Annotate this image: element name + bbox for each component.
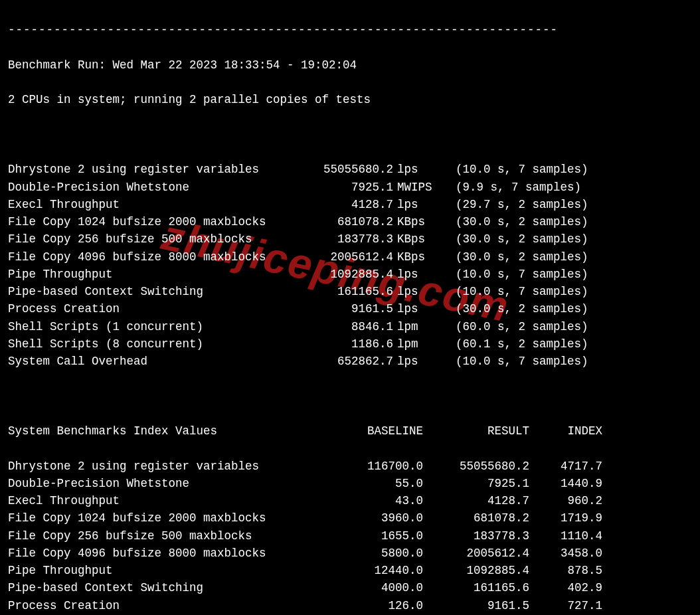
index-name: Dhrystone 2 using register variables — [8, 458, 337, 475]
test-value: 652862.7 — [294, 353, 393, 370]
test-paren: (30.0 s, 2 samples) — [444, 248, 655, 266]
index-row: Double-Precision Whetstone55.07925.11440… — [8, 475, 692, 492]
test-name: Shell Scripts (1 concurrent) — [8, 318, 294, 335]
test-name: Shell Scripts (8 concurrent) — [8, 335, 294, 353]
index-result: 7925.1 — [423, 475, 529, 492]
index-result: 1092885.4 — [423, 562, 529, 579]
test-value: 1186.6 — [294, 335, 393, 353]
index-name: File Copy 4096 bufsize 8000 maxblocks — [8, 545, 337, 562]
test-row: File Copy 1024 bufsize 2000 maxblocks681… — [8, 213, 692, 230]
test-value: 161165.6 — [294, 283, 393, 300]
test-row: Dhrystone 2 using register variables5505… — [8, 161, 692, 178]
test-paren: (60.0 s, 2 samples) — [444, 318, 655, 335]
test-name: Pipe Throughput — [8, 266, 294, 283]
index-result: 681078.2 — [423, 509, 529, 527]
test-paren: (30.0 s, 2 samples) — [444, 230, 655, 248]
test-name: Double-Precision Whetstone — [8, 179, 294, 196]
index-index: 727.1 — [529, 597, 602, 614]
test-name: File Copy 4096 bufsize 8000 maxblocks — [8, 248, 294, 266]
index-title: System Benchmarks Index Values — [8, 422, 337, 440]
index-result: 183778.3 — [423, 527, 529, 545]
index-row: Pipe Throughput12440.01092885.4878.5 — [8, 562, 692, 579]
test-value: 55055680.2 — [294, 161, 393, 178]
index-row: File Copy 4096 bufsize 8000 maxblocks580… — [8, 545, 692, 562]
index-index: 1719.9 — [529, 509, 602, 527]
test-name: Pipe-based Context Switching — [8, 283, 294, 300]
test-paren: (29.7 s, 2 samples) — [444, 196, 655, 213]
test-value: 1092885.4 — [294, 266, 393, 283]
index-name: Execl Throughput — [8, 492, 337, 509]
index-index: 3458.0 — [529, 545, 602, 562]
test-row: Shell Scripts (8 concurrent)1186.6lpm(60… — [8, 335, 692, 353]
col-baseline: BASELINE — [337, 422, 423, 440]
test-name: Process Creation — [8, 300, 294, 317]
index-baseline: 116700.0 — [337, 458, 423, 475]
terminal-output: ----------------------------------------… — [0, 0, 700, 615]
index-index: 960.2 — [529, 492, 602, 509]
index-index: 1440.9 — [529, 475, 602, 492]
test-unit: KBps — [393, 213, 444, 230]
test-row: Double-Precision Whetstone7925.1MWIPS(9.… — [8, 179, 692, 196]
index-baseline: 12440.0 — [337, 562, 423, 579]
test-row: Pipe Throughput1092885.4lps(10.0 s, 7 sa… — [8, 266, 692, 283]
test-paren: (30.0 s, 2 samples) — [444, 300, 655, 317]
test-unit: lps — [393, 353, 444, 370]
index-row: Pipe-based Context Switching4000.0161165… — [8, 579, 692, 596]
index-name: Double-Precision Whetstone — [8, 475, 337, 492]
index-row: Execl Throughput43.04128.7960.2 — [8, 492, 692, 509]
test-value: 681078.2 — [294, 213, 393, 230]
index-baseline: 1655.0 — [337, 527, 423, 545]
index-result: 9161.5 — [423, 597, 529, 614]
index-index: 878.5 — [529, 562, 602, 579]
index-row: Process Creation126.09161.5727.1 — [8, 597, 692, 614]
test-value: 9161.5 — [294, 300, 393, 317]
dash-line: ----------------------------------------… — [8, 21, 692, 39]
test-paren: (10.0 s, 7 samples) — [444, 353, 655, 370]
test-unit: KBps — [393, 230, 444, 248]
test-row: File Copy 256 bufsize 500 maxblocks18377… — [8, 230, 692, 248]
test-unit: lps — [393, 283, 444, 300]
index-result: 4128.7 — [423, 492, 529, 509]
test-row: Execl Throughput4128.7lps(29.7 s, 2 samp… — [8, 196, 692, 213]
test-value: 8846.1 — [294, 318, 393, 335]
test-unit: lps — [393, 300, 444, 317]
index-index: 1110.4 — [529, 527, 602, 545]
test-name: System Call Overhead — [8, 353, 294, 370]
index-index: 4717.7 — [529, 458, 602, 475]
test-unit: KBps — [393, 248, 444, 266]
index-name: File Copy 1024 bufsize 2000 maxblocks — [8, 509, 337, 527]
col-result: RESULT — [423, 422, 529, 440]
test-name: File Copy 256 bufsize 500 maxblocks — [8, 230, 294, 248]
cpu-line: 2 CPUs in system; running 2 parallel cop… — [8, 91, 692, 108]
test-paren: (10.0 s, 7 samples) — [444, 161, 655, 178]
test-name: Execl Throughput — [8, 196, 294, 213]
test-name: File Copy 1024 bufsize 2000 maxblocks — [8, 213, 294, 230]
test-unit: lps — [393, 266, 444, 283]
test-row: Shell Scripts (1 concurrent)8846.1lpm(60… — [8, 318, 692, 335]
test-paren: (30.0 s, 2 samples) — [444, 213, 655, 230]
run-line: Benchmark Run: Wed Mar 22 2023 18:33:54 … — [8, 56, 692, 74]
test-unit: lps — [393, 196, 444, 213]
index-name: Process Creation — [8, 597, 337, 614]
test-value: 4128.7 — [294, 196, 393, 213]
index-baseline: 55.0 — [337, 475, 423, 492]
test-paren: (60.1 s, 2 samples) — [444, 335, 655, 353]
index-header-row: System Benchmarks Index Values BASELINE … — [8, 422, 692, 440]
index-name: Pipe-based Context Switching — [8, 579, 337, 596]
index-result: 161165.6 — [423, 579, 529, 596]
index-result: 55055680.2 — [423, 458, 529, 475]
index-baseline: 3960.0 — [337, 509, 423, 527]
test-unit: lpm — [393, 318, 444, 335]
test-row: File Copy 4096 bufsize 8000 maxblocks200… — [8, 248, 692, 266]
index-baseline: 4000.0 — [337, 579, 423, 596]
test-paren: (9.9 s, 7 samples) — [444, 179, 655, 196]
index-row: File Copy 256 bufsize 500 maxblocks1655.… — [8, 527, 692, 545]
index-row: File Copy 1024 bufsize 2000 maxblocks396… — [8, 509, 692, 527]
index-baseline: 43.0 — [337, 492, 423, 509]
test-name: Dhrystone 2 using register variables — [8, 161, 294, 178]
test-unit: lpm — [393, 335, 444, 353]
test-row: Process Creation9161.5lps(30.0 s, 2 samp… — [8, 300, 692, 317]
test-unit: MWIPS — [393, 179, 444, 196]
index-index: 402.9 — [529, 579, 602, 596]
index-baseline: 126.0 — [337, 597, 423, 614]
